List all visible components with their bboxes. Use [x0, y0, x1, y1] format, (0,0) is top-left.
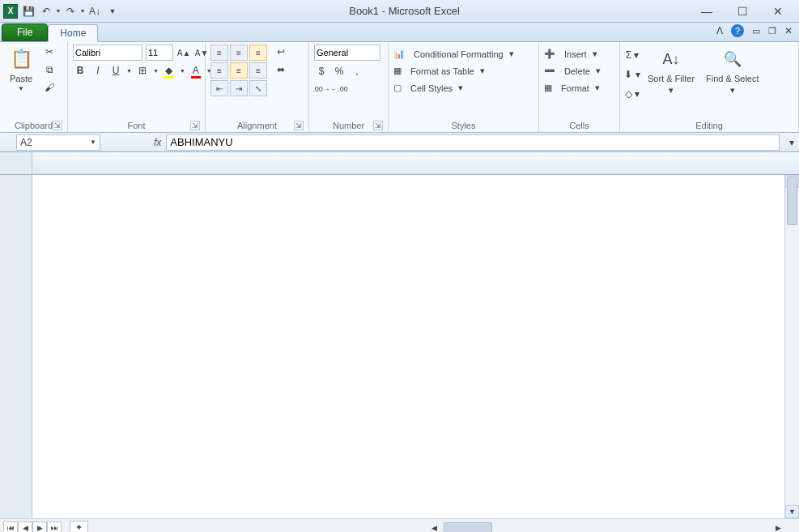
- font-name-input[interactable]: [73, 45, 142, 61]
- worksheet-grid[interactable]: ▲ ▼: [0, 175, 799, 518]
- window-close-icon[interactable]: ✕: [784, 25, 793, 36]
- scroll-down-icon[interactable]: ▼: [785, 505, 799, 518]
- quick-access-toolbar: X 💾 ↶▾ ↷▾ A↓ ▼: [0, 4, 120, 19]
- maximize-button[interactable]: ☐: [725, 2, 760, 21]
- indent-decrease-icon[interactable]: ⇤: [210, 80, 228, 96]
- format-cells-icon: ▦: [544, 83, 552, 93]
- help-icon[interactable]: ?: [731, 24, 744, 37]
- alignment-group-label: Alignment: [237, 121, 277, 130]
- bold-icon[interactable]: B: [73, 63, 87, 78]
- autosum-icon[interactable]: Σ ▾: [625, 48, 640, 62]
- name-box[interactable]: A2▼: [16, 134, 100, 151]
- ribbon-tabstrip: File Home ᐱ ? ▭ ❐ ✕: [0, 23, 799, 42]
- hscroll-left-icon[interactable]: ◀: [428, 524, 440, 532]
- font-dialog-icon[interactable]: ⇲: [190, 121, 200, 130]
- minimize-button[interactable]: —: [689, 2, 725, 21]
- orientation-icon[interactable]: ⤡: [249, 80, 267, 96]
- save-icon[interactable]: 💾: [21, 4, 36, 19]
- accounting-format-icon[interactable]: $: [314, 64, 329, 79]
- align-mid-right-icon[interactable]: ≡: [249, 62, 267, 79]
- fill-color-icon[interactable]: ◆: [162, 63, 176, 78]
- cells-group-label: Cells: [569, 121, 589, 130]
- underline-icon[interactable]: U: [108, 63, 123, 78]
- cell-styles-button[interactable]: ▢ Cell Styles ▾: [393, 82, 514, 94]
- row-headers: [0, 175, 32, 518]
- title-bar: X 💾 ↶▾ ↷▾ A↓ ▼ Book1 - Microsoft Excel —…: [0, 0, 799, 23]
- find-select-label: Find & Select: [706, 74, 759, 83]
- format-as-table-button[interactable]: ▦ Format as Table ▾: [393, 65, 514, 77]
- qat-customize-icon[interactable]: ▼: [105, 4, 120, 19]
- align-top-left-icon[interactable]: ≡: [210, 45, 228, 61]
- border-icon[interactable]: ⊞: [135, 63, 150, 78]
- clear-icon[interactable]: ◇ ▾: [625, 87, 640, 101]
- new-sheet-icon[interactable]: ✦: [70, 521, 88, 532]
- sheet-nav-first-icon[interactable]: ⏮: [3, 521, 18, 533]
- number-dialog-icon[interactable]: ⇲: [373, 121, 383, 130]
- copy-icon[interactable]: ⧉: [42, 62, 57, 77]
- window-min-icon[interactable]: ▭: [752, 26, 760, 36]
- align-mid-center-icon[interactable]: ≡: [230, 62, 248, 79]
- formula-input[interactable]: [166, 134, 780, 151]
- insert-cells-button[interactable]: ➕ Insert ▾: [544, 48, 601, 60]
- cell-styles-icon: ▢: [393, 83, 402, 93]
- insert-cells-icon: ➕: [544, 49, 555, 59]
- format-painter-icon[interactable]: 🖌: [42, 80, 57, 95]
- undo-icon[interactable]: ↶: [39, 4, 53, 19]
- font-color-icon[interactable]: A: [189, 63, 203, 78]
- scroll-thumb[interactable]: [787, 177, 797, 225]
- font-group-label: Font: [127, 121, 145, 130]
- clipboard-dialog-icon[interactable]: ⇲: [53, 121, 62, 130]
- select-all-corner[interactable]: [0, 152, 32, 174]
- sort-qat-icon[interactable]: A↓: [87, 4, 102, 19]
- delete-cells-button[interactable]: ➖ Delete ▾: [544, 65, 601, 77]
- clipboard-group-label: Clipboard: [15, 121, 53, 130]
- delete-cells-icon: ➖: [544, 66, 555, 76]
- merge-center-icon[interactable]: ⬌: [274, 62, 288, 77]
- expand-formula-icon[interactable]: ▾: [784, 137, 799, 148]
- paste-button[interactable]: 📋 Paste ▼: [5, 45, 37, 94]
- hscroll-right-icon[interactable]: ▶: [772, 524, 784, 532]
- grow-font-icon[interactable]: A▲: [176, 45, 191, 60]
- find-select-button[interactable]: 🔍 Find & Select▾: [703, 45, 762, 97]
- percent-format-icon[interactable]: %: [332, 64, 346, 79]
- align-top-right-icon[interactable]: ≡: [249, 45, 267, 61]
- window-restore-icon[interactable]: ❐: [768, 26, 776, 36]
- format-table-icon: ▦: [393, 66, 402, 76]
- alignment-dialog-icon[interactable]: ⇲: [294, 121, 304, 130]
- hscroll-thumb[interactable]: [444, 522, 492, 532]
- paste-icon: 📋: [8, 46, 34, 72]
- sheet-nav-prev-icon[interactable]: ◀: [18, 521, 32, 533]
- paste-label: Paste: [10, 74, 32, 83]
- comma-format-icon[interactable]: ,: [350, 64, 364, 79]
- indent-increase-icon[interactable]: ⇥: [230, 80, 248, 96]
- file-tab[interactable]: File: [2, 23, 48, 41]
- wrap-text-icon[interactable]: ↩: [274, 45, 288, 59]
- horizontal-scrollbar[interactable]: ◀ ▶: [428, 521, 784, 532]
- format-cells-button[interactable]: ▦ Format ▾: [544, 82, 601, 94]
- redo-icon[interactable]: ↷: [63, 4, 78, 19]
- decrease-decimal-icon[interactable]: ←.00: [332, 82, 346, 96]
- close-button[interactable]: ✕: [760, 2, 796, 21]
- align-top-center-icon[interactable]: ≡: [230, 45, 248, 61]
- fx-icon[interactable]: fx: [154, 137, 161, 148]
- number-format-input[interactable]: [314, 45, 380, 61]
- window-title: Book1 - Microsoft Excel: [120, 5, 689, 17]
- italic-icon[interactable]: I: [91, 63, 105, 78]
- align-mid-left-icon[interactable]: ≡: [210, 62, 228, 79]
- sort-filter-button[interactable]: A↓ Sort & Filter▾: [644, 45, 698, 97]
- alignment-grid[interactable]: ≡≡≡ ≡≡≡ ⇤⇥⤡: [210, 45, 267, 96]
- sheet-nav-next-icon[interactable]: ▶: [32, 521, 47, 533]
- column-headers: [0, 152, 799, 175]
- sheet-nav-last-icon[interactable]: ⏭: [47, 521, 62, 533]
- conditional-formatting-button[interactable]: 📊 Conditional Formatting ▾: [393, 48, 514, 60]
- tab-home[interactable]: Home: [48, 24, 98, 42]
- cut-icon[interactable]: ✂: [42, 45, 57, 59]
- sheet-tab-bar: ⏮ ◀ ▶ ⏭ ✦ ◀ ▶: [0, 518, 799, 532]
- font-size-input[interactable]: [146, 45, 173, 61]
- fill-icon[interactable]: ⬇ ▾: [625, 67, 640, 82]
- vertical-scrollbar[interactable]: ▲ ▼: [784, 175, 799, 518]
- increase-decimal-icon[interactable]: .00→: [314, 82, 329, 96]
- conditional-formatting-icon: 📊: [393, 49, 405, 59]
- minimize-ribbon-icon[interactable]: ᐱ: [716, 25, 723, 36]
- excel-icon[interactable]: X: [3, 4, 18, 19]
